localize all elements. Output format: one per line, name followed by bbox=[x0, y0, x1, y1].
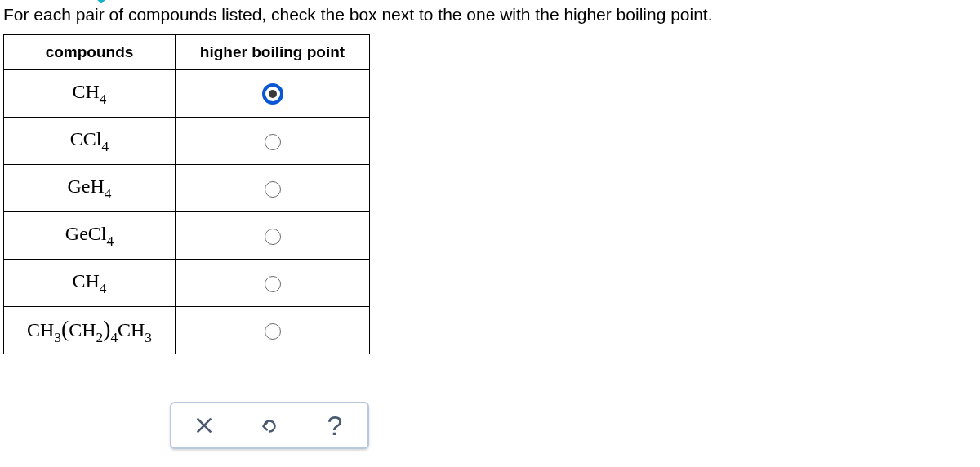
chevron-down-icon bbox=[91, 0, 111, 8]
radio-cell bbox=[176, 260, 370, 307]
boiling-point-radio[interactable] bbox=[265, 229, 281, 245]
boiling-point-radio[interactable] bbox=[262, 83, 283, 105]
undo-button[interactable] bbox=[252, 408, 287, 443]
compound-cell: GeCl4 bbox=[4, 212, 176, 260]
compound-cell: CCl4 bbox=[4, 118, 176, 165]
compound-cell: CH4 bbox=[4, 70, 176, 118]
compound-cell: GeH4 bbox=[4, 165, 176, 212]
boiling-point-radio[interactable] bbox=[265, 134, 281, 150]
radio-cell bbox=[176, 118, 370, 165]
boiling-point-radio[interactable] bbox=[265, 181, 281, 198]
help-button[interactable]: ? bbox=[318, 408, 352, 443]
compound-cell: CH3(CH2)4CH3 bbox=[4, 307, 176, 354]
radio-cell bbox=[176, 307, 370, 354]
boiling-point-radio[interactable] bbox=[265, 276, 281, 292]
answer-toolbar: ? bbox=[170, 402, 369, 449]
header-compounds: compounds bbox=[4, 35, 176, 70]
radio-cell bbox=[176, 165, 370, 212]
radio-cell bbox=[176, 212, 370, 260]
close-icon bbox=[194, 415, 215, 436]
boiling-point-radio[interactable] bbox=[265, 323, 281, 340]
compounds-table: compounds higher boiling point CH4CCl4Ge… bbox=[3, 34, 370, 354]
clear-button[interactable] bbox=[187, 408, 221, 443]
header-hbp: higher boiling point bbox=[176, 35, 370, 70]
undo-icon bbox=[259, 415, 280, 436]
compound-cell: CH4 bbox=[4, 260, 176, 307]
question-text: For each pair of compounds listed, check… bbox=[0, 0, 980, 34]
radio-cell bbox=[176, 70, 370, 118]
